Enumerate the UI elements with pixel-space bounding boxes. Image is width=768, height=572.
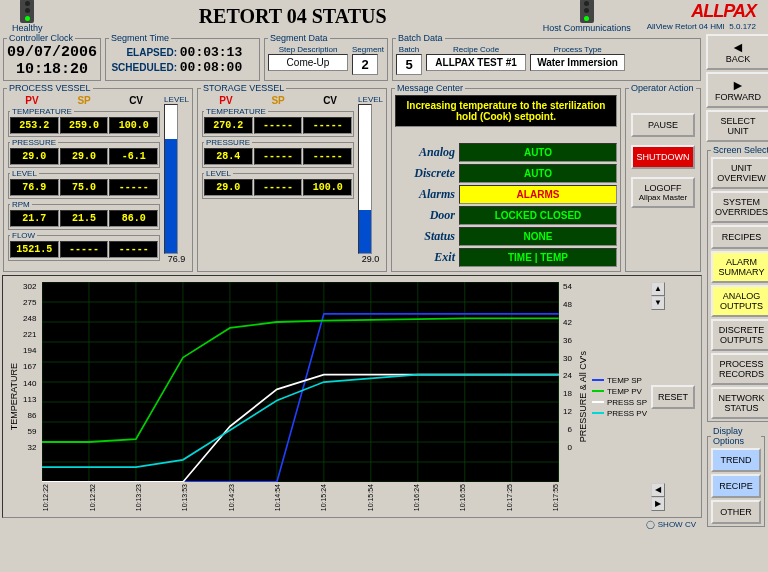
select-unit-button[interactable]: SELECT UNIT (706, 110, 768, 142)
legend-item: PRESS PV (592, 409, 647, 418)
message-text: Increasing temperature to the sterilizat… (395, 95, 617, 127)
reset-button[interactable]: RESET (651, 385, 695, 409)
scheduled-value: 00:08:00 (180, 60, 242, 75)
sv-pv-header: PV (201, 95, 251, 106)
chart-left-button[interactable]: ◀ (651, 483, 665, 497)
batch-value: 5 (396, 54, 422, 75)
sp-cell: ----- (254, 179, 303, 196)
forward-button[interactable]: ►FORWARD (706, 72, 768, 108)
status-label: Alarms (395, 187, 455, 202)
pv-cell: 28.4 (204, 148, 253, 165)
cv-cell: ----- (303, 148, 352, 165)
segtime-legend: Segment Time (109, 33, 171, 43)
segdata-legend: Segment Data (268, 33, 330, 43)
svessel-level-val: 29.0 (358, 254, 383, 264)
logoff-button[interactable]: LOGOFFAllpax Master (631, 177, 695, 208)
ptype-value: Water Immersion (530, 54, 625, 71)
screen-network-status[interactable]: NETWORK STATUS (711, 387, 768, 419)
status-label: Door (395, 208, 455, 223)
status-value[interactable]: AUTO (459, 164, 617, 183)
screen-system-overrides[interactable]: SYSTEM OVERRIDES (711, 191, 768, 223)
step-value: Come-Up (268, 54, 348, 71)
cv-cell: 100.0 (303, 179, 352, 196)
ylabel-right: PRESSURE & All CV's (578, 282, 588, 511)
sp-cell: ----- (254, 148, 303, 165)
pvessel-level-bar (164, 104, 178, 254)
status-value[interactable]: ALARMS (459, 185, 617, 204)
pvessel-level-lbl: LEVEL (164, 95, 189, 104)
screen-analog-outputs[interactable]: ANALOG OUTPUTS (711, 285, 768, 317)
screen-process-records[interactable]: PROCESS RECORDS (711, 353, 768, 385)
elapsed-label: ELAPSED: (109, 47, 177, 58)
page-title: RETORT 04 STATUS (51, 5, 535, 28)
cv-cell: 100.0 (109, 117, 158, 134)
trend-chart (42, 282, 559, 482)
clock-legend: Controller Clock (7, 33, 75, 43)
chart-right-button[interactable]: ▶ (651, 497, 665, 511)
screens-legend: Screen Select (711, 145, 768, 155)
display-trend[interactable]: TREND (711, 448, 761, 472)
display-recipe[interactable]: RECIPE (711, 474, 761, 498)
step-label: Step Description (268, 45, 348, 54)
status-value[interactable]: LOCKED CLOSED (459, 206, 617, 225)
sv-cv-header: CV (305, 95, 355, 106)
logo: ALLPAX (691, 1, 756, 22)
status-label: Exit (395, 250, 455, 265)
ylabel-left: TEMPERATURE (9, 282, 19, 511)
status-value[interactable]: AUTO (459, 143, 617, 162)
cv-cell: ----- (303, 117, 352, 134)
sp-cell: ----- (60, 241, 109, 258)
pv-cell: 76.9 (10, 179, 59, 196)
pv-cell: 1521.5 (10, 241, 59, 258)
pv-cell: 29.0 (204, 179, 253, 196)
svessel-level-bar (358, 104, 372, 254)
pv-cell: 270.2 (204, 117, 253, 134)
ptype-label: Process Type (530, 45, 625, 54)
clock-time: 10:18:20 (7, 62, 97, 79)
display-other[interactable]: OTHER (711, 500, 761, 524)
status-label: Status (395, 229, 455, 244)
product-label: AllView Retort 04 HMI (647, 22, 725, 31)
clock-date: 09/07/2006 (7, 45, 97, 62)
recipe-value: ALLPAX TEST #1 (426, 54, 526, 71)
pvessel-legend: PROCESS VESSEL (7, 83, 93, 93)
sp-cell: ----- (254, 117, 303, 134)
segment-value: 2 (352, 54, 378, 75)
chart-up-button[interactable]: ▲ (651, 282, 665, 296)
cv-cell: 86.0 (109, 210, 158, 227)
pause-button[interactable]: PAUSE (631, 113, 695, 137)
chart-down-button[interactable]: ▼ (651, 296, 665, 310)
opaction-legend: Operator Action (629, 83, 696, 93)
msgcenter-legend: Message Center (395, 83, 465, 93)
screen-alarm-summary[interactable]: ALARM SUMMARY (711, 251, 768, 283)
back-button[interactable]: ◄BACK (706, 34, 768, 70)
pv-cell: 253.2 (10, 117, 59, 134)
show-cv-radio[interactable]: ◯ (646, 520, 655, 529)
batch-label: Batch (396, 45, 422, 54)
screen-discrete-outputs[interactable]: DISCRETE OUTPUTS (711, 319, 768, 351)
sp-cell: 29.0 (60, 148, 109, 165)
hostcomm-indicator (580, 0, 594, 23)
legend-item: TEMP PV (592, 387, 647, 396)
svessel-level-lbl: LEVEL (358, 95, 383, 104)
status-value[interactable]: TIME | TEMP (459, 248, 617, 267)
pvessel-level-val: 76.9 (164, 254, 189, 264)
healthy-indicator (20, 0, 34, 23)
recipe-label: Recipe Code (426, 45, 526, 54)
status-label: Analog (395, 145, 455, 160)
shutdown-button[interactable]: SHUTDOWN (631, 145, 695, 169)
back-arrow-icon: ◄ (731, 40, 745, 54)
status-label: Discrete (395, 166, 455, 181)
cv-header: CV (111, 95, 161, 106)
forward-arrow-icon: ► (731, 78, 745, 92)
display-legend: Display Options (711, 426, 761, 446)
scheduled-label: SCHEDULED: (109, 62, 177, 73)
cv-cell: ----- (109, 241, 158, 258)
status-value[interactable]: NONE (459, 227, 617, 246)
screen-recipes[interactable]: RECIPES (711, 225, 768, 249)
svessel-legend: STORAGE VESSEL (201, 83, 286, 93)
show-cv-label: SHOW CV (658, 520, 696, 529)
sp-header: SP (59, 95, 109, 106)
sp-cell: 75.0 (60, 179, 109, 196)
screen-unit-overview[interactable]: UNIT OVERVIEW (711, 157, 768, 189)
